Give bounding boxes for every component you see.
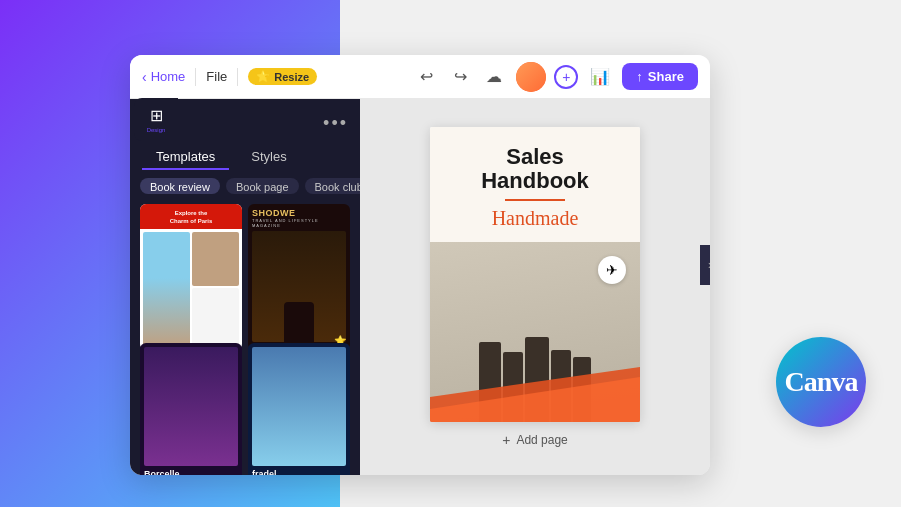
chevron-left-icon: ‹ — [142, 69, 147, 85]
left-panel: ← ••• Templates Styles Book review Book … — [130, 99, 360, 475]
canvas-flight-badge: ✈ — [598, 256, 626, 284]
panel-expand-button[interactable]: › — [700, 245, 710, 285]
add-page-label: Add page — [516, 433, 567, 447]
add-page-bar[interactable]: + Add page — [502, 432, 568, 448]
tpl-shodwe-sub: TRAVEL AND LIFESTYLE MAGAZINE — [252, 218, 346, 228]
add-collaborator-button[interactable]: + — [554, 65, 578, 89]
sidebar-icons: ⊞ Design — [134, 98, 178, 141]
tab-templates[interactable]: Templates — [142, 143, 229, 170]
canvas-divider — [505, 199, 565, 201]
chart-icon: 📊 — [590, 67, 610, 86]
file-menu-button[interactable]: File — [206, 69, 227, 84]
canvas-page: Sales Handbook Handmade — [430, 127, 640, 422]
topbar-actions: ↩ ↪ ☁ — [412, 63, 508, 91]
tab-styles[interactable]: Styles — [237, 143, 300, 170]
tpl-borcelle-img — [144, 347, 238, 467]
tpl-paris-img-tall — [143, 232, 190, 347]
avatar-image — [516, 62, 546, 92]
panel-more-button[interactable]: ••• — [323, 113, 348, 134]
orange-wave — [430, 367, 640, 422]
undo-icon: ↩ — [420, 67, 433, 86]
flight-icon: ✈ — [606, 262, 618, 278]
canvas-area: Sales Handbook Handmade — [360, 99, 710, 475]
resize-emoji: ⭐ — [256, 70, 270, 83]
redo-icon: ↪ — [454, 67, 467, 86]
home-label: Home — [151, 69, 186, 84]
filter-book-club[interactable]: Book club — [305, 178, 360, 194]
main-container: ‹ Home File ⭐ Resize ↩ ↪ ☁ — [0, 0, 901, 507]
tpl-shodwe-img — [252, 231, 346, 342]
editor-topbar: ‹ Home File ⭐ Resize ↩ ↪ ☁ — [130, 55, 710, 99]
redo-button[interactable]: ↪ — [446, 63, 474, 91]
topbar-nav: ‹ Home File ⭐ Resize — [142, 68, 404, 86]
file-divider — [237, 68, 238, 86]
canvas-header: Sales Handbook Handmade — [430, 127, 640, 242]
editor-body: ← ••• Templates Styles Book review Book … — [130, 99, 710, 475]
template-borcelle[interactable]: Borcelle TRAVEL AND DESTINATIONS — [140, 343, 242, 475]
canvas-handmade: Handmade — [446, 207, 624, 230]
cloud-save-button[interactable]: ☁ — [480, 63, 508, 91]
canvas-photo: ✈ — [430, 242, 640, 422]
undo-button[interactable]: ↩ — [412, 63, 440, 91]
design-icon: ⊞ — [150, 106, 163, 125]
tpl-paris-text — [192, 288, 239, 347]
tpl-paris-img-1 — [192, 232, 239, 287]
canva-logo-text: Canva — [785, 366, 858, 398]
filter-book-page[interactable]: Book page — [226, 178, 299, 194]
tpl-borcelle-title: Borcelle — [144, 469, 238, 475]
filter-book-review[interactable]: Book review — [140, 178, 220, 194]
home-nav-button[interactable]: ‹ Home — [142, 69, 185, 85]
template-paris[interactable]: Explore theCharm of Paris — [140, 204, 242, 350]
analytics-button[interactable]: 📊 — [586, 63, 614, 91]
template-fradel[interactable]: fradel TRAVEL — [248, 343, 350, 475]
topbar-right: + 📊 ↑ Share — [516, 62, 698, 92]
filter-row: Book review Book page Book club › — [130, 178, 360, 194]
resize-badge[interactable]: ⭐ Resize — [248, 68, 317, 85]
canva-logo: Canva — [776, 337, 866, 427]
panel-tabs: Templates Styles — [130, 143, 360, 170]
template-grid: Explore theCharm of Paris SHODWE TRAVEL … — [130, 204, 360, 475]
share-button[interactable]: ↑ Share — [622, 63, 698, 90]
canvas-title-line2: Handbook — [481, 168, 589, 193]
tpl-paris-title: Explore theCharm of Paris — [146, 210, 236, 224]
tpl-shodwe-title: SHODWE — [252, 208, 346, 218]
tpl-paris-header: Explore theCharm of Paris — [140, 204, 242, 228]
canvas-title-line1: Sales — [506, 144, 564, 169]
cloud-icon: ☁ — [486, 67, 502, 86]
share-icon: ↑ — [636, 69, 643, 84]
user-avatar[interactable] — [516, 62, 546, 92]
sidebar-design-icon[interactable]: ⊞ Design — [147, 106, 166, 133]
template-shodwe[interactable]: SHODWE TRAVEL AND LIFESTYLE MAGAZINE ⭐ — [248, 204, 350, 350]
editor-window: ‹ Home File ⭐ Resize ↩ ↪ ☁ — [130, 55, 710, 475]
tpl-fradel-title: fradel — [252, 469, 346, 475]
tpl-paris-body — [140, 229, 242, 350]
share-label: Share — [648, 69, 684, 84]
design-label: Design — [147, 127, 166, 133]
resize-label: Resize — [274, 71, 309, 83]
tpl-shodwe-silhouette — [284, 302, 314, 342]
add-page-icon: + — [502, 432, 510, 448]
nav-divider — [195, 68, 196, 86]
canvas-title: Sales Handbook — [446, 145, 624, 193]
orange-wave-svg — [430, 367, 640, 422]
tpl-fradel-img — [252, 347, 346, 467]
